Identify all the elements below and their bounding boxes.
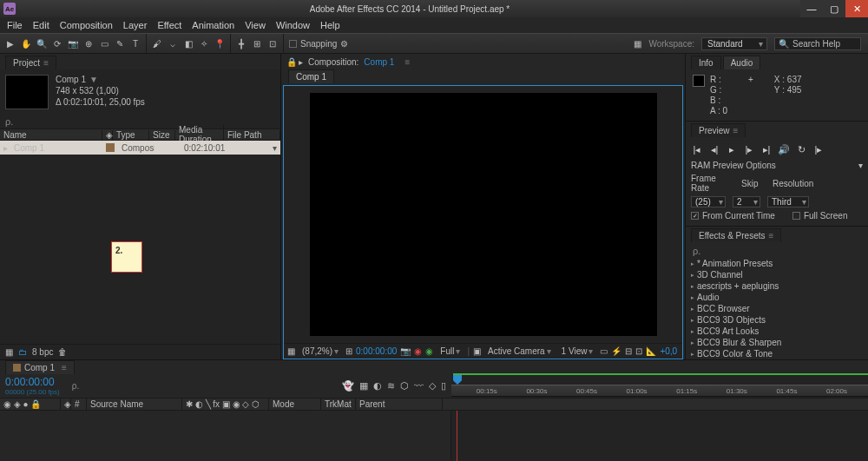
effects-item[interactable]: ▸BCC Browser <box>689 303 865 314</box>
composition-canvas[interactable] <box>310 93 657 336</box>
workspace-dropdown[interactable]: Standard <box>701 37 767 50</box>
composition-name[interactable]: Comp 1 <box>364 57 394 67</box>
timeline-tab[interactable]: Comp 1≡ <box>5 360 75 374</box>
menu-edit[interactable]: Edit <box>28 18 55 32</box>
resolution-dropdown[interactable]: Full▾ <box>437 346 464 357</box>
label-color-swatch[interactable] <box>106 143 115 152</box>
menu-view[interactable]: View <box>240 18 271 32</box>
delete-icon[interactable]: 🗑 <box>58 347 67 357</box>
panel-menu-icon[interactable]: ≡ <box>62 363 67 372</box>
roto-tool-icon[interactable]: ✧ <box>197 36 211 50</box>
new-folder-icon[interactable]: 🗀 <box>18 347 27 357</box>
snapping-options-icon[interactable]: ⚙ <box>340 39 348 49</box>
zoom-dropdown[interactable]: (87,2%)▾ <box>299 346 342 357</box>
lock-icon[interactable]: 🔒 <box>286 57 297 67</box>
playhead-line[interactable] <box>457 411 457 461</box>
bpc-button[interactable]: 8 bpc <box>32 347 53 357</box>
effects-item[interactable]: ▸BCC9 Color & Tone <box>689 348 865 359</box>
pixel-aspect-icon[interactable]: ▭ <box>600 346 608 356</box>
mode-header[interactable]: Mode <box>269 398 321 410</box>
menu-layer[interactable]: Layer <box>118 18 153 32</box>
composition-viewer[interactable]: ▦ (87,2%)▾ ⊞ 0:00:00:00 📷 ◉ ◉ Full▾ | ▣ … <box>283 85 683 359</box>
col-name[interactable]: Name <box>0 130 102 140</box>
ruler-icon[interactable]: 📐 <box>646 346 656 356</box>
shape-tool-icon[interactable]: ▭ <box>97 36 111 50</box>
trkmat-header[interactable]: TrkMat <box>321 398 356 410</box>
resolution-icon[interactable]: ⊞ <box>345 346 352 356</box>
flowchart-icon[interactable]: ▸ <box>299 57 303 67</box>
roi-icon[interactable]: ▣ <box>473 346 481 356</box>
panel-menu-icon[interactable]: ≡ <box>733 126 739 135</box>
effects-item[interactable]: ▸BCC9 Blur & Sharpen <box>689 337 865 348</box>
grid-icon[interactable]: ▦ <box>287 346 295 356</box>
project-item-thumb[interactable] <box>5 75 49 109</box>
timeline-layer-area[interactable] <box>0 411 451 461</box>
menu-window[interactable]: Window <box>271 18 315 32</box>
panel-menu-icon[interactable]: ≡ <box>404 57 410 67</box>
puppet-tool-icon[interactable]: 📍 <box>213 36 227 50</box>
composition-subtab[interactable]: Comp 1 <box>288 69 334 83</box>
menu-animation[interactable]: Animation <box>187 18 240 32</box>
next-frame-button[interactable]: |▸ <box>743 144 755 155</box>
play-button[interactable]: ▸ <box>726 144 738 155</box>
graph-editor-icon[interactable]: 〰 <box>414 380 424 392</box>
view-dropdown[interactable]: 1 View▾ <box>558 346 597 357</box>
world-axis-icon[interactable]: ⊞ <box>250 36 264 50</box>
text-tool-icon[interactable]: T <box>128 36 142 50</box>
exposure-value[interactable]: +0,0 <box>660 346 677 356</box>
comp-marker-icon[interactable]: ▯ <box>441 380 446 392</box>
col-file[interactable]: File Path <box>224 130 280 140</box>
full-screen-checkbox[interactable] <box>792 212 800 220</box>
interpret-footage-icon[interactable]: ▦ <box>5 347 13 357</box>
info-tab[interactable]: Info <box>691 56 721 69</box>
fast-preview-icon[interactable]: ⚡ <box>611 346 621 356</box>
resolution-dropdown[interactable]: Third <box>767 196 809 207</box>
effects-presets-tab[interactable]: Effects & Presets≡ <box>691 228 781 242</box>
hand-tool-icon[interactable]: ✋ <box>19 36 33 50</box>
stamp-tool-icon[interactable]: ⌵ <box>166 36 180 50</box>
channel-icon-2[interactable]: ◉ <box>425 346 433 356</box>
col-label[interactable]: ◈ <box>102 130 113 140</box>
snapshot-icon[interactable]: 📷 <box>400 346 411 356</box>
timeline-ruler[interactable]: 00:15s 00:30s 00:45s 01:00s 01:15s 01:30… <box>451 374 868 398</box>
shy-icon[interactable]: 👻 <box>342 380 354 392</box>
chevron-down-icon[interactable]: ▼ <box>89 75 98 84</box>
playhead[interactable] <box>453 374 462 385</box>
effects-item[interactable]: ▸Audio <box>689 292 865 303</box>
col-type[interactable]: Type <box>113 130 149 140</box>
ram-options-arrow[interactable]: ▾ <box>858 161 863 170</box>
project-row[interactable]: ▸ Comp 1 Composi... 0:02:10:01 ▾ <box>0 141 280 155</box>
snapping-checkbox[interactable] <box>289 40 297 48</box>
view-axis-icon[interactable]: ⊡ <box>266 36 279 50</box>
source-name-header[interactable]: Source Name <box>87 398 182 410</box>
motion-blur-icon[interactable]: ≋ <box>387 380 395 392</box>
ram-preview-button[interactable]: |▸ <box>812 144 825 155</box>
col-size[interactable]: Size <box>149 130 175 140</box>
minimize-button[interactable]: — <box>800 0 823 17</box>
prev-frame-button[interactable]: ◂| <box>708 144 720 155</box>
anchor-tool-icon[interactable]: ⊕ <box>82 36 95 50</box>
frame-blend-icon[interactable]: ◐ <box>373 380 382 392</box>
last-frame-button[interactable]: ▸| <box>760 144 773 155</box>
effects-item[interactable]: ▸* Animation Presets <box>689 258 865 269</box>
preview-tab[interactable]: Preview≡ <box>691 123 746 137</box>
from-current-checkbox[interactable]: ✓ <box>691 212 699 220</box>
timeline-track-area[interactable] <box>451 411 868 461</box>
panel-menu-icon[interactable]: ≡ <box>43 58 49 68</box>
search-help-input[interactable]: 🔍 Search Help <box>774 37 861 50</box>
menu-file[interactable]: File <box>2 18 28 32</box>
skip-dropdown[interactable]: 2 <box>733 196 760 207</box>
audio-tab[interactable]: Audio <box>723 56 761 69</box>
work-area-bar[interactable] <box>453 373 868 375</box>
parent-header[interactable]: Parent <box>356 398 443 410</box>
menu-help[interactable]: Help <box>315 18 345 32</box>
timecode-display[interactable]: 0:00:00:00 <box>356 346 397 356</box>
timeline-search[interactable]: ρ. <box>72 381 79 391</box>
maximize-button[interactable]: ▢ <box>823 0 845 17</box>
project-search[interactable]: ρ. <box>0 115 280 128</box>
timeline-icon[interactable]: ⊟ <box>625 346 632 356</box>
selection-tool-icon[interactable]: ▶ <box>3 36 17 50</box>
zoom-tool-icon[interactable]: 🔍 <box>35 36 49 50</box>
framerate-dropdown[interactable]: (25) <box>691 196 726 207</box>
timeline-timecode[interactable]: 0:00:00:00 <box>5 376 60 388</box>
